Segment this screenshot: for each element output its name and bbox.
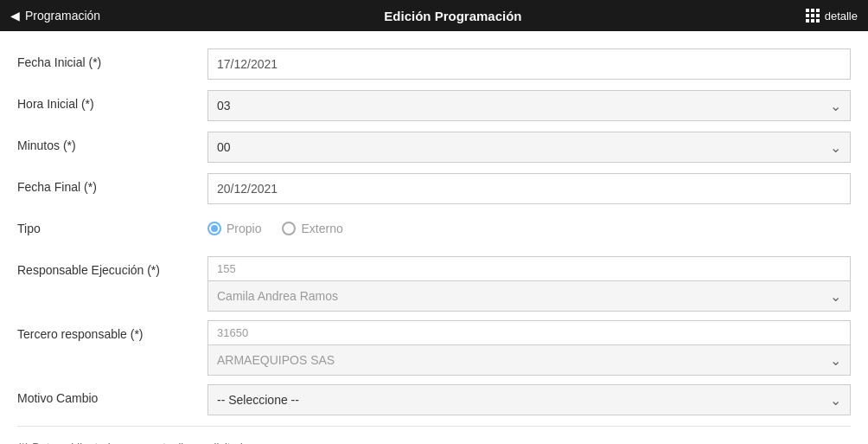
detail-button[interactable]: detalle [806, 9, 858, 23]
hora-inicial-label: Hora Inicial (*) [17, 90, 207, 111]
form-divider [17, 426, 851, 427]
tercero-row: Tercero responsable (*) 31650 ARMAEQUIPO… [17, 320, 851, 376]
motivo-arrow-icon: ⌄ [830, 392, 841, 409]
responsable-wrap: 155 Camila Andrea Ramos ⌄ [207, 256, 851, 312]
fecha-inicial-row: Fecha Inicial (*) 17/12/2021 [17, 48, 851, 81]
grid-icon [806, 9, 820, 23]
minutos-control: 00 ⌄ [207, 132, 851, 163]
responsable-label: Responsable Ejecución (*) [17, 256, 207, 277]
tercero-name-row[interactable]: ARMAEQUIPOS SAS ⌄ [207, 344, 851, 376]
motivo-label: Motivo Cambio [17, 384, 207, 405]
tipo-externo-radio[interactable] [282, 222, 296, 235]
responsable-control: 155 Camila Andrea Ramos ⌄ [207, 256, 851, 312]
tipo-radio-group: Propio Externo [207, 215, 851, 235]
tipo-externo-label: Externo [301, 222, 342, 235]
tipo-control: Propio Externo [207, 215, 851, 235]
responsable-id-value: 155 [217, 262, 236, 275]
motivo-row: Motivo Cambio -- Seleccione -- ⌄ [17, 384, 851, 417]
back-label: Programación [25, 9, 100, 23]
tercero-wrap: 31650 ARMAEQUIPOS SAS ⌄ [207, 320, 851, 376]
fecha-inicial-label: Fecha Inicial (*) [17, 48, 207, 69]
tipo-propio-option[interactable]: Propio [207, 222, 261, 235]
back-button[interactable]: ◀ Programación [10, 9, 100, 23]
fecha-final-control: 20/12/2021 [207, 173, 851, 204]
hora-inicial-arrow-icon: ⌄ [830, 98, 841, 114]
tipo-row: Tipo Propio Externo [17, 215, 851, 248]
fecha-final-row: Fecha Final (*) 20/12/2021 [17, 173, 851, 206]
responsable-arrow-icon: ⌄ [830, 288, 841, 305]
motivo-value: -- Seleccione -- [217, 393, 299, 407]
fecha-final-label: Fecha Final (*) [17, 173, 207, 194]
tercero-control: 31650 ARMAEQUIPOS SAS ⌄ [207, 320, 851, 376]
minutos-arrow-icon: ⌄ [830, 139, 841, 156]
hora-inicial-row: Hora Inicial (*) 03 ⌄ [17, 90, 851, 123]
tercero-arrow-icon: ⌄ [830, 352, 841, 369]
tercero-name: ARMAEQUIPOS SAS [217, 353, 335, 367]
hora-inicial-control: 03 ⌄ [207, 90, 851, 121]
tercero-label: Tercero responsable (*) [17, 320, 207, 341]
page-title: Edición Programación [384, 9, 521, 23]
fecha-inicial-control: 17/12/2021 [207, 48, 851, 80]
fecha-inicial-input[interactable]: 17/12/2021 [207, 48, 851, 80]
hora-inicial-value: 03 [217, 99, 231, 113]
tipo-label: Tipo [17, 215, 207, 235]
responsable-name: Camila Andrea Ramos [217, 289, 338, 303]
detail-label: detalle [825, 10, 858, 23]
fecha-final-input[interactable]: 20/12/2021 [207, 173, 851, 204]
top-bar: ◀ Programación Edición Programación deta… [0, 0, 868, 31]
footer-note: (*) Datos obligatorios para actualizar s… [17, 435, 851, 444]
minutos-value: 00 [217, 140, 231, 154]
responsable-id: 155 [207, 256, 851, 280]
motivo-select[interactable]: -- Seleccione -- ⌄ [207, 384, 851, 415]
back-arrow-icon: ◀ [10, 9, 20, 23]
responsable-name-row[interactable]: Camila Andrea Ramos ⌄ [207, 280, 851, 312]
minutos-select[interactable]: 00 ⌄ [207, 132, 851, 163]
tipo-propio-label: Propio [227, 222, 261, 235]
hora-inicial-select[interactable]: 03 ⌄ [207, 90, 851, 121]
main-content: Fecha Inicial (*) 17/12/2021 Hora Inicia… [0, 31, 868, 444]
responsable-row: Responsable Ejecución (*) 155 Camila And… [17, 256, 851, 312]
motivo-control: -- Seleccione -- ⌄ [207, 384, 851, 415]
tipo-propio-radio[interactable] [207, 222, 221, 235]
minutos-label: Minutos (*) [17, 132, 207, 152]
tercero-id-value: 31650 [217, 326, 248, 339]
tercero-id: 31650 [207, 320, 851, 344]
minutos-row: Minutos (*) 00 ⌄ [17, 132, 851, 164]
tipo-externo-option[interactable]: Externo [282, 222, 342, 235]
